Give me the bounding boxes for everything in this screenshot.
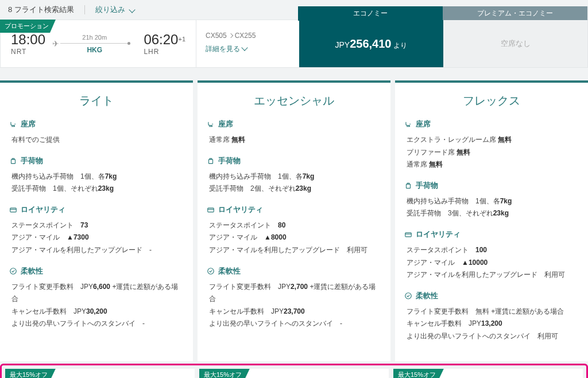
- fare-column: エッセンシャル 座席通常席 無料 手荷物機内持ち込み手荷物 1個、各7kg受託手…: [198, 80, 390, 361]
- svg-rect-4: [208, 208, 214, 212]
- discount-badge: 最大15%オフ: [199, 369, 250, 378]
- price-block: 最大15%オフ JPY283,410 JPY256,410 選択 ライト: [5, 369, 195, 378]
- chevron-down-icon: [241, 44, 247, 51]
- divider: [84, 5, 85, 14]
- fare-title: ライト: [0, 83, 193, 119]
- fare-title: フレックス: [395, 83, 588, 119]
- plane-icon: ✈: [52, 39, 59, 48]
- arrival: 06:20+1 LHR: [144, 32, 185, 56]
- flight-codes: CX505CX255 詳細を見る: [196, 20, 299, 67]
- tab-premium-label: プレミアム・エコノミー: [443, 6, 587, 21]
- discount-badge: 最大15%オフ: [393, 369, 444, 378]
- svg-rect-6: [407, 184, 411, 188]
- departure: 18:00 NRT: [11, 32, 45, 56]
- detail-link[interactable]: 詳細を見る: [206, 44, 290, 54]
- tab-economy[interactable]: JPY256,410より: [299, 20, 443, 67]
- chevron-down-icon: [129, 6, 135, 13]
- discount-badge: 最大15%オフ: [5, 369, 56, 378]
- svg-point-8: [405, 293, 412, 299]
- filter-button[interactable]: 絞り込み: [95, 5, 134, 15]
- svg-rect-1: [10, 208, 17, 212]
- price-block: 最大15%オフ JPY294,410 JPY265,710 選択 エッセンシャル: [199, 369, 389, 378]
- fare-column: フレックス 座席エクストラ・レッグルーム席 無料プリファード席 無料通常席 無料…: [395, 80, 588, 361]
- chevron-right-icon: [228, 33, 233, 38]
- svg-rect-7: [405, 233, 412, 237]
- svg-point-2: [10, 268, 17, 274]
- tab-premium[interactable]: 空席なし: [443, 20, 587, 67]
- route: 21h 20m ✈ HKG: [56, 34, 133, 54]
- tab-economy-label: エコノミー: [298, 6, 443, 21]
- svg-rect-0: [11, 159, 16, 163]
- results-count: 8 フライト検索結果: [8, 5, 74, 15]
- fare-title: エッセンシャル: [198, 83, 390, 119]
- promo-badge: プロモーション: [0, 20, 56, 33]
- price-block: 最大15%オフ JPY306,410 JPY275,910 選択 フレックス: [393, 369, 583, 378]
- fare-column: ライト 座席有料でのご提供 手荷物機内持ち込み手荷物 1個、各7kg受託手荷物 …: [0, 80, 193, 361]
- svg-rect-3: [209, 159, 213, 163]
- flight-header: プロモーション エコノミー プレミアム・エコノミー 18:00 NRT 21h …: [0, 20, 588, 68]
- price-highlight: 最大15%オフ JPY283,410 JPY256,410 選択 ライト最大15…: [0, 364, 588, 378]
- svg-point-5: [208, 268, 214, 274]
